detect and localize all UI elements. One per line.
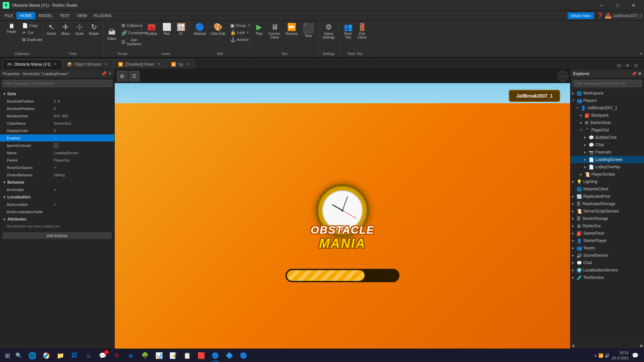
move-button[interactable]: ✛ Move [59,22,72,37]
menu-model[interactable]: MODEL [35,12,56,19]
play-button[interactable]: ▶ Play [253,22,266,37]
add-attribute-button[interactable]: Add Attribute [3,232,112,239]
scale-button[interactable]: ⊹ Scale [73,22,86,37]
explorer-teams[interactable]: ▶ 👥 Teams [571,244,644,252]
explorer-serverscriptservice[interactable]: ▶ 📜 ServerScriptService [571,207,644,215]
taskbar-powerpoint[interactable]: 📋 [180,349,194,362]
rotate-button[interactable]: ↻ Rotate [87,22,101,37]
localization-section-header[interactable]: ▼ Localization [0,193,114,201]
prop-val-archivable[interactable]: ✓ [54,187,112,192]
viewport-list-button[interactable]: ☰ [129,71,140,81]
explorer-close-icon[interactable]: ✕ [638,71,641,76]
explorer-pin-icon[interactable]: 📌 [632,71,637,76]
taskbar-search-icon[interactable]: 🔍 [13,350,24,361]
explorer-playergui[interactable]: ▼ 📱 PlayerGui [571,126,644,134]
viewport-more-button[interactable]: ⋯ [557,71,568,81]
taskbar-roblox[interactable]: R [110,349,123,362]
taskbar-blender[interactable]: 🔷 [223,349,236,362]
taskbar-roblox2[interactable]: 🟥 [195,349,208,362]
close-button[interactable]: ✕ [626,0,641,11]
explorer-serverstorage[interactable]: ▶ 🗄 ServerStorage [571,215,644,222]
behavior-section-header[interactable]: ▼ Behavior [0,179,114,186]
select-button[interactable]: ↖ Select [45,22,58,37]
explorer-localizationservice[interactable]: ▶ 🌍 LocalizationService [571,266,644,274]
explorer-scroll-right[interactable]: ▶ [640,343,643,348]
team-test-button[interactable]: 👥 TeamTest [341,22,355,41]
help-icon[interactable]: ❓ [597,12,603,19]
explorer-starterplayer[interactable]: ▶ 👤 StarterPlayer [571,237,644,244]
tab-close-obstacle-mania[interactable]: ✕ [53,62,58,67]
fullscreen-icon[interactable]: ⊡ [633,63,639,69]
taskbar-rstudio[interactable]: 🔵 [209,349,222,362]
menu-test[interactable]: TEST [56,12,73,19]
ribbon-expand-icon[interactable]: ▼ [639,52,643,56]
explorer-backpack[interactable]: ▶ 🎒 Backpack [571,112,644,119]
properties-pin-icon[interactable]: 📌 [101,71,107,76]
systray-chevron[interactable]: ∧ [594,353,597,358]
group-button[interactable]: ▣ Group ▼ [228,22,248,29]
cut-button[interactable]: ✂ Cut [20,29,40,36]
volume-icon[interactable]: 🔊 [605,353,610,358]
explorer-playerscripts[interactable]: ▶ 📜 PlayerScripts [571,171,644,178]
resume-button[interactable]: ⏩ Resume [283,22,300,37]
prop-enabled[interactable]: Enabled ✓ [0,134,114,142]
tab-close-object-browser[interactable]: ✕ [104,62,109,67]
explorer-workspace[interactable]: ▶ 🌐 Workspace [571,89,644,97]
menu-home[interactable]: HOME [16,12,35,19]
copy-button[interactable]: 📄 Copy [20,22,40,29]
stop-button[interactable]: ⬛ Stop [301,22,316,39]
explorer-bubblechat[interactable]: ▶ 💬 BubbleChat [571,134,644,141]
color-button[interactable]: 🎨 Color Edit [209,22,227,37]
taskbar-word[interactable]: 📝 [166,349,180,362]
notifications-button[interactable]: 💬 [631,351,640,360]
collisions-button[interactable]: ⊞ Collisions [119,22,140,29]
prop-val-enabled[interactable]: ✓ [54,136,112,140]
taskbar-photos[interactable]: 🖼 [68,349,81,362]
maximize-button[interactable]: □ [610,0,625,11]
taskbar-explorer[interactable]: 📁 [54,349,67,362]
taskbar-browser3[interactable]: 🔵 [237,349,250,362]
explorer-chat2[interactable]: ▶ 💬 Chat [571,259,644,266]
join-surfaces-button[interactable]: ⊟ Join Surfaces [119,37,140,47]
anchor-button[interactable]: ⚓ Anchor [228,36,248,43]
properties-close-icon[interactable]: ✕ [108,71,112,76]
paste-button[interactable]: 📋 Paste [3,22,19,39]
explorer-scroll-left[interactable]: ◀ [571,343,574,348]
explorer-networkclient[interactable]: 🌐 NetworkClient [571,185,644,193]
share-icon[interactable]: 📤 [605,12,611,19]
explorer-startergear[interactable]: ▶ ⚙ StarterGear [571,119,644,126]
minimize-button[interactable]: ─ [594,0,609,11]
taskbar-vscode[interactable]: ◈ [124,349,138,362]
tab-close-up[interactable]: ✕ [185,62,190,67]
explorer-starterpack[interactable]: ▶ 🎒 StarterPack [571,230,644,237]
tab-up[interactable]: 🔼 Up ✕ [167,59,195,69]
filter-properties-input[interactable] [2,80,112,87]
explorer-filter-input[interactable] [573,80,642,87]
taskbar-steam[interactable]: ♨ [82,349,95,362]
start-button[interactable]: ⊞ [1,350,13,362]
current-client-button[interactable]: 🖥 Current:Client [267,22,283,41]
username-button[interactable]: JailBreak2007_1 [613,13,643,18]
duplicate-button[interactable]: ⧉ Duplicate [20,36,40,43]
exit-game-button[interactable]: 🚪 ExitGame [355,22,369,41]
lock-button[interactable]: 🔒 Lock ▼ [228,29,248,36]
material-button[interactable]: 🔵 Material [192,22,208,37]
taskbar-sourcetree[interactable]: 🌳 [138,349,152,362]
prop-val-resetonspawn[interactable]: ✓ [54,165,112,170]
game-settings-button[interactable]: ⚙ GameSettings [321,22,337,41]
explorer-lighting[interactable]: ▶ 💡 Lighting [571,178,644,185]
taskbar-chrome[interactable] [40,349,53,362]
ui-button[interactable]: 🪟 UI [174,22,187,37]
prop-val-ignoreguiinset[interactable] [54,143,112,148]
editor-button[interactable]: 🏔 Editor [105,27,119,42]
ignoreguiinset-checkbox[interactable] [54,143,58,148]
explorer-jailbreak[interactable]: ▼ 👤 JailBreak2007_1 [571,104,644,112]
explorer-freecam[interactable]: ▶ 📷 Freecam [571,148,644,156]
menu-plugins[interactable]: PLUGINS [90,12,115,19]
explorer-loadingscreen[interactable]: ▶ 📄 LoadingScreen [571,156,644,163]
explorer-startergui[interactable]: ▶ 🖥 StarterGui [571,222,644,230]
attributes-section-header[interactable]: ▼ Attributes [0,216,114,223]
toolbox-button[interactable]: 🧰 Toolbox [144,22,159,37]
tab-disabled-down[interactable]: 🔽 [Disabled] Down ✕ [114,59,166,69]
explorer-players[interactable]: ▼ 👥 Players [571,97,644,104]
